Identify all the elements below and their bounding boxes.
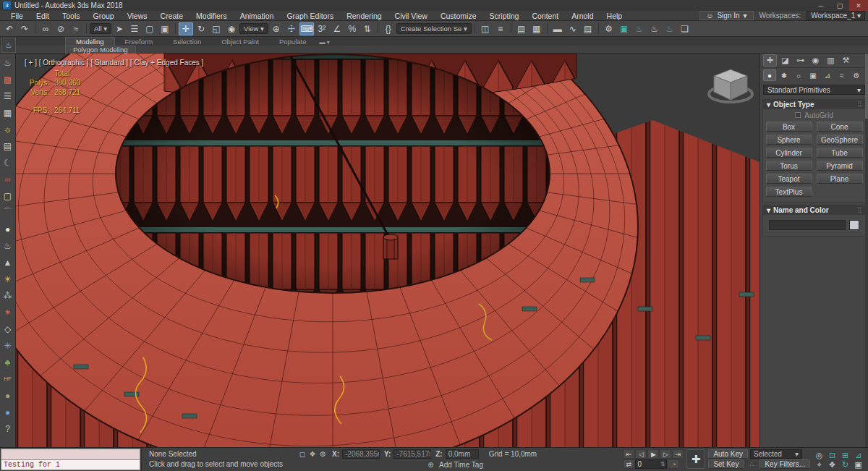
dome-preset-icon[interactable]: ⌒ [1, 204, 15, 221]
teapot-preset-icon[interactable]: ♨ [1, 237, 15, 254]
utilities-tab[interactable]: ⚒ [839, 54, 853, 67]
rendered-frame-icon[interactable]: ▣ [617, 22, 631, 35]
light-lister-icon[interactable]: ☼ [1, 121, 15, 137]
cameras-category[interactable]: ▣ [807, 69, 820, 81]
select-manipulate-icon[interactable]: ☩ [284, 22, 299, 35]
curve-editor-icon[interactable]: ∿ [566, 22, 580, 35]
selection-lock-icon[interactable]: ◻ [297, 449, 307, 459]
redo-icon[interactable]: ↷ [17, 22, 32, 35]
object-type-header[interactable]: ▾ Object Type ⁞⁞ [763, 100, 865, 109]
modify-tab[interactable]: ◪ [778, 54, 792, 67]
listener-macro-field[interactable] [1, 449, 140, 459]
key-mode-toggle[interactable]: ⇄ [623, 459, 634, 469]
polygon-modeling-tab[interactable]: Polygon Modeling [65, 46, 136, 54]
render-iterative-icon[interactable]: ♨ [647, 22, 662, 35]
workspace-dropdown[interactable]: Workspace_1 ▾ [807, 11, 865, 20]
shapes-category[interactable]: ✱ [778, 69, 791, 81]
sign-in-button[interactable]: ☺ Sign In ▾ [699, 11, 753, 20]
play-icon[interactable]: ▶ [647, 449, 659, 459]
torus-button[interactable]: Torus [766, 161, 812, 171]
textplus-button[interactable]: TextPlus [766, 187, 812, 197]
select-scale-icon[interactable]: ◱ [209, 22, 224, 35]
auto-key-button[interactable]: Auto Key [708, 449, 748, 459]
molecule-icon[interactable]: ✶ [1, 304, 15, 321]
prev-frame-icon[interactable]: ◁ [635, 449, 647, 459]
named-sets-icon[interactable]: {} [381, 22, 396, 35]
primitives-dropdown[interactable]: Standard Primitives ▾ [763, 85, 865, 95]
pyramid-button[interactable]: Pyramid [817, 161, 863, 171]
next-frame-icon[interactable]: ▷ [660, 449, 671, 459]
sphere-preset-icon[interactable]: ● [1, 221, 15, 237]
viewport-canvas[interactable]: [ + ] [ Orthographic ] [ Standard ] [ Cl… [16, 54, 760, 447]
spinner-snap-icon[interactable]: ⇅ [360, 22, 375, 35]
mirror-icon[interactable]: ◫ [478, 22, 493, 35]
align-icon[interactable]: ≡ [493, 22, 508, 35]
helpers-category[interactable]: ⊿ [821, 69, 834, 81]
viewport-label[interactable]: [ + ] [ Orthographic ] [ Standard ] [ Cl… [25, 59, 203, 67]
frame-spinner[interactable]: ⇅ [660, 461, 665, 467]
select-rotate-icon[interactable]: ↻ [194, 22, 208, 35]
ribbon-corner-icon[interactable]: ♨ [1, 38, 16, 53]
window-crossing-icon[interactable]: ▣ [158, 22, 172, 35]
layer-explorer-icon[interactable]: ▦ [529, 22, 544, 35]
cone-preset-icon[interactable]: ▲ [1, 254, 15, 271]
sun-icon[interactable]: ☀ [1, 271, 15, 287]
minimize-button[interactable]: ─ [812, 0, 830, 11]
material-editor-icon[interactable]: ▩ [1, 71, 15, 88]
z-coordinate-field[interactable]: 0,0mm [446, 449, 479, 459]
selection-set-dropdown[interactable]: Create Selection Se ▾ [396, 23, 472, 34]
foliage-icon[interactable]: ♣ [1, 354, 15, 370]
link-icon[interactable]: ∞ [38, 22, 53, 35]
rain-icon[interactable]: ⁂ [1, 287, 15, 304]
motion-tab[interactable]: ◉ [809, 54, 822, 67]
default-tangents-icon[interactable]: ∴ [746, 459, 757, 469]
key-filters-button[interactable]: Key Filters... [760, 459, 810, 469]
blue-sphere-icon[interactable]: ● [1, 404, 15, 420]
rect-region-icon[interactable]: ▢ [142, 22, 157, 35]
teapot-button[interactable]: Teapot [766, 174, 812, 184]
zoom-extents-all-icon[interactable]: ⊞ [839, 451, 851, 460]
tube-button[interactable]: Tube [817, 148, 863, 158]
selection-set-key-dropdown[interactable]: Selected ▾ [750, 449, 802, 459]
rock-icon[interactable]: ● [1, 387, 15, 404]
spreadsheet-icon[interactable]: ▦ [1, 104, 15, 121]
maximize-viewport-icon[interactable]: ▣ [852, 460, 864, 470]
help-icon[interactable]: ? [1, 420, 15, 437]
time-configuration-button[interactable]: ◔ [668, 459, 679, 469]
moon-icon[interactable]: ☾ [1, 154, 15, 171]
select-place-icon[interactable]: ◉ [224, 22, 239, 35]
use-pivot-icon[interactable]: ⊕ [269, 22, 284, 35]
render-setup-icon[interactable]: ⚙ [602, 22, 616, 35]
geosphere-button[interactable]: GeoSphere [817, 135, 863, 145]
go-end-icon[interactable]: ⇥ [672, 449, 684, 459]
percent-snap-icon[interactable]: % [345, 22, 359, 35]
box-button[interactable]: Box [766, 122, 812, 132]
render-production-icon[interactable]: ♨ [632, 22, 647, 35]
cylinder-button[interactable]: Cylinder [766, 148, 812, 158]
render-online-icon[interactable]: ♨ [663, 22, 677, 35]
add-time-tag[interactable]: ⊕ Add Time Tag [426, 460, 483, 469]
zoom-region-icon[interactable]: ⌖ [813, 460, 825, 470]
app-icon[interactable]: 3 [3, 1, 11, 9]
cage-icon[interactable]: ◇ [1, 321, 15, 337]
render-teapot-icon[interactable]: ♨ [1, 54, 15, 71]
ref-coord-dropdown[interactable]: View ▾ [239, 23, 268, 34]
select-by-name-icon[interactable]: ☰ [127, 22, 142, 35]
set-key-button[interactable]: Set Key [708, 459, 744, 469]
autogrid-checkbox[interactable] [795, 112, 801, 118]
zoom-extents-icon[interactable]: ⊡ [826, 451, 838, 460]
hierarchy-tab[interactable]: ⊶ [793, 54, 807, 67]
bind-spacewarp-icon[interactable]: ≈ [69, 22, 83, 35]
gizmo-toggle-icon[interactable]: ❖ [307, 449, 318, 459]
ribbon-toggle-icon[interactable]: ▬ [550, 22, 565, 35]
select-object-icon[interactable]: ➤ [112, 22, 127, 35]
box-preset-icon[interactable]: ▢ [1, 187, 15, 204]
listener-script-field[interactable]: Testing for i [1, 459, 140, 471]
scene-list-icon[interactable]: ☰ [1, 88, 15, 104]
ribbon-minimize-icon[interactable]: ▬ ▾ [316, 39, 332, 46]
display-tab[interactable]: ▥ [824, 54, 838, 67]
lights-category[interactable]: ☼ [792, 69, 805, 81]
sphere-button[interactable]: Sphere [766, 135, 812, 145]
viewport-layout-icon[interactable]: ❏ [678, 22, 692, 35]
geometry-category[interactable]: ● [763, 69, 776, 81]
